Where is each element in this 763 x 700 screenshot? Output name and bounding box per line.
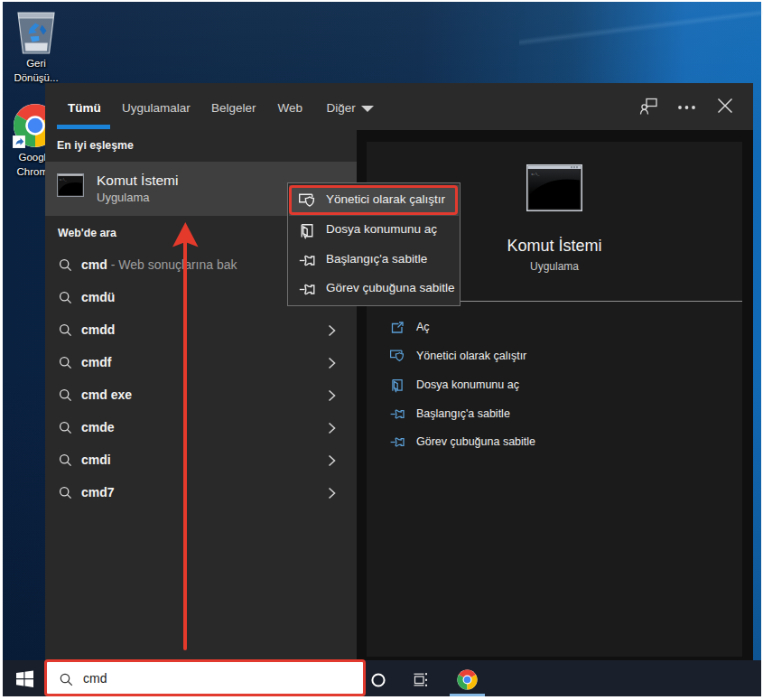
svg-text:C:\_: C:\_ [60, 178, 67, 182]
svg-text:C:\_: C:\_ [532, 173, 541, 176]
